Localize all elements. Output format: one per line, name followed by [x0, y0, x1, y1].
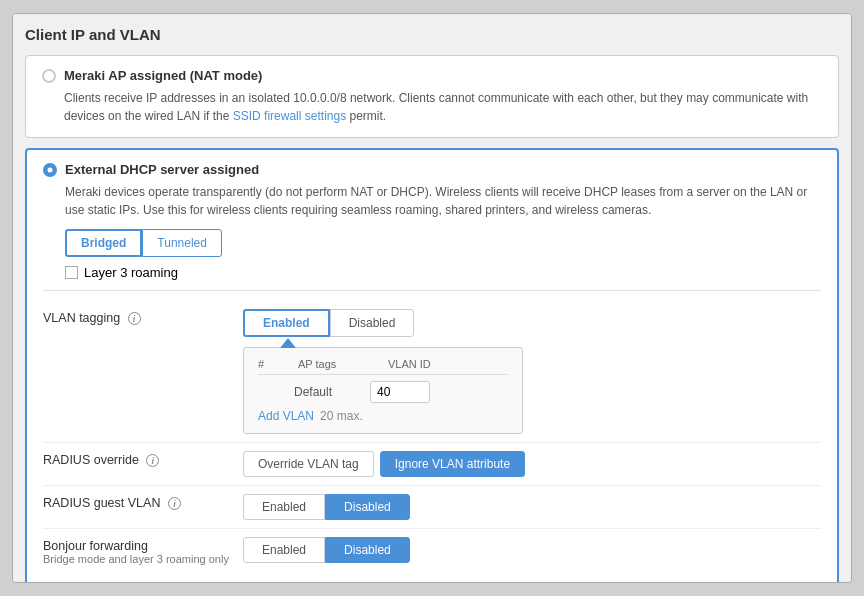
vlan-table-row: Default [258, 381, 508, 403]
vlan-tagging-controls: Enabled Disabled # AP tags VLAN ID Defau… [243, 309, 821, 434]
vlan-tagging-label: VLAN tagging i [43, 309, 243, 325]
nat-mode-radio[interactable] [42, 69, 56, 83]
vlan-id-input[interactable] [370, 381, 430, 403]
dhcp-mode-description: Meraki devices operate transparently (do… [65, 183, 821, 219]
dhcp-mode-card: External DHCP server assigned Meraki dev… [25, 148, 839, 583]
vlan-row-aptag: Default [294, 385, 354, 399]
vlan-disabled-button[interactable]: Disabled [330, 309, 415, 337]
bridged-button[interactable]: Bridged [65, 229, 142, 257]
override-vlan-tag-button[interactable]: Override VLAN tag [243, 451, 374, 477]
ssid-firewall-link[interactable]: SSID firewall settings [233, 109, 346, 123]
bonjour-label: Bonjour forwarding Bridge mode and layer… [43, 537, 243, 565]
vlan-col-aptags-header: AP tags [298, 358, 368, 370]
radius-guest-controls: Enabled Disabled [243, 494, 821, 520]
vlan-col-num-header: # [258, 358, 278, 370]
vlan-enabled-button[interactable]: Enabled [243, 309, 330, 337]
bonjour-toggle: Enabled Disabled [243, 537, 410, 563]
layer3-label: Layer 3 roaming [84, 265, 178, 280]
radius-guest-vlan-label: RADIUS guest VLAN i [43, 494, 243, 510]
bonjour-controls: Enabled Disabled [243, 537, 821, 563]
radius-override-controls: Override VLAN tag Ignore VLAN attribute [243, 451, 821, 477]
tunneled-button[interactable]: Tunneled [142, 229, 222, 257]
bonjour-enabled-button[interactable]: Enabled [243, 537, 325, 563]
layer3-checkbox[interactable] [65, 266, 78, 279]
layer3-roaming-row: Layer 3 roaming [65, 265, 821, 280]
vlan-dropdown-arrow [280, 338, 296, 348]
radius-guest-vlan-row: RADIUS guest VLAN i Enabled Disabled [43, 486, 821, 529]
bonjour-forwarding-row: Bonjour forwarding Bridge mode and layer… [43, 529, 821, 573]
add-vlan-max: 20 max. [320, 409, 363, 423]
vlan-dropdown-area: # AP tags VLAN ID Default Add VLAN 20 ma… [243, 347, 523, 434]
vlan-col-id-header: VLAN ID [388, 358, 431, 370]
vlan-tagging-info-icon[interactable]: i [128, 312, 141, 325]
vlan-tagging-toggle: Enabled Disabled [243, 309, 414, 337]
dhcp-mode-label[interactable]: External DHCP server assigned [43, 162, 821, 177]
radius-guest-toggle: Enabled Disabled [243, 494, 410, 520]
add-vlan-link[interactable]: Add VLAN [258, 409, 314, 423]
bonjour-disabled-button[interactable]: Disabled [325, 537, 410, 563]
radius-override-row: RADIUS override i Override VLAN tag Igno… [43, 443, 821, 486]
radius-guest-info-icon[interactable]: i [168, 497, 181, 510]
radius-guest-enabled-button[interactable]: Enabled [243, 494, 325, 520]
dhcp-mode-radio[interactable] [43, 163, 57, 177]
radius-override-info-icon[interactable]: i [146, 454, 159, 467]
page-wrapper: Client IP and VLAN Meraki AP assigned (N… [12, 13, 852, 583]
page-title: Client IP and VLAN [25, 26, 839, 43]
divider1 [43, 290, 821, 291]
vlan-tagging-row: VLAN tagging i Enabled Disabled # AP tag… [43, 301, 821, 443]
add-vlan-row: Add VLAN 20 max. [258, 409, 508, 423]
nat-mode-description: Clients receive IP addresses in an isola… [64, 89, 822, 125]
radius-override-label: RADIUS override i [43, 451, 243, 467]
bridge-tunnel-group: Bridged Tunneled [65, 229, 821, 257]
vlan-table-header: # AP tags VLAN ID [258, 358, 508, 375]
nat-mode-label[interactable]: Meraki AP assigned (NAT mode) [42, 68, 822, 83]
radius-btn-group: Override VLAN tag Ignore VLAN attribute [243, 451, 525, 477]
radius-guest-disabled-button[interactable]: Disabled [325, 494, 410, 520]
ignore-vlan-attribute-button[interactable]: Ignore VLAN attribute [380, 451, 525, 477]
nat-mode-card: Meraki AP assigned (NAT mode) Clients re… [25, 55, 839, 138]
